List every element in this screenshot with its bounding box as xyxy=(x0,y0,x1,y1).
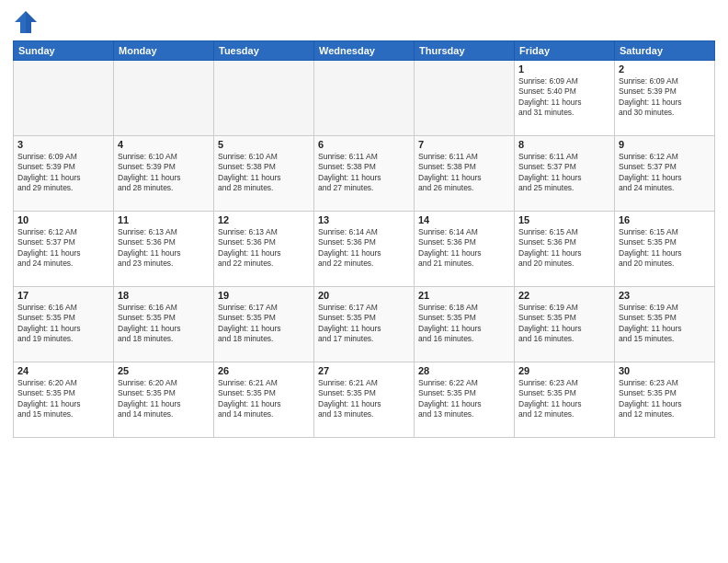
day-info: Sunrise: 6:23 AM Sunset: 5:35 PM Dayligh… xyxy=(518,378,610,420)
day-number: 8 xyxy=(518,139,610,150)
day-cell: 28Sunrise: 6:22 AM Sunset: 5:35 PM Dayli… xyxy=(415,362,515,438)
day-number: 4 xyxy=(118,139,210,150)
logo xyxy=(13,9,42,35)
week-row-2: 3Sunrise: 6:09 AM Sunset: 5:39 PM Daylig… xyxy=(14,136,715,212)
day-cell xyxy=(415,61,515,136)
day-info: Sunrise: 6:11 AM Sunset: 5:38 PM Dayligh… xyxy=(418,152,510,194)
day-number: 1 xyxy=(518,63,610,75)
day-number: 28 xyxy=(418,365,510,376)
day-cell: 30Sunrise: 6:23 AM Sunset: 5:35 PM Dayli… xyxy=(615,362,715,438)
day-number: 19 xyxy=(218,290,310,301)
day-cell: 17Sunrise: 6:16 AM Sunset: 5:35 PM Dayli… xyxy=(14,287,114,362)
day-info: Sunrise: 6:18 AM Sunset: 5:35 PM Dayligh… xyxy=(418,303,510,345)
day-cell: 12Sunrise: 6:13 AM Sunset: 5:36 PM Dayli… xyxy=(214,212,314,287)
day-info: Sunrise: 6:10 AM Sunset: 5:39 PM Dayligh… xyxy=(118,152,210,194)
day-cell: 14Sunrise: 6:14 AM Sunset: 5:36 PM Dayli… xyxy=(415,212,515,287)
page: SundayMondayTuesdayWednesdayThursdayFrid… xyxy=(0,0,728,563)
day-number: 11 xyxy=(118,214,210,225)
day-info: Sunrise: 6:14 AM Sunset: 5:36 PM Dayligh… xyxy=(418,227,510,270)
day-number: 13 xyxy=(318,214,410,225)
day-cell: 2Sunrise: 6:09 AM Sunset: 5:39 PM Daylig… xyxy=(615,61,715,136)
week-row-4: 17Sunrise: 6:16 AM Sunset: 5:35 PM Dayli… xyxy=(14,287,715,362)
day-number: 9 xyxy=(619,139,711,150)
day-cell: 24Sunrise: 6:20 AM Sunset: 5:35 PM Dayli… xyxy=(14,362,114,438)
day-number: 12 xyxy=(218,214,310,225)
day-cell: 4Sunrise: 6:10 AM Sunset: 5:39 PM Daylig… xyxy=(114,136,214,212)
day-cell: 22Sunrise: 6:19 AM Sunset: 5:35 PM Dayli… xyxy=(515,287,615,362)
weekday-saturday: Saturday xyxy=(615,41,715,61)
weekday-friday: Friday xyxy=(515,41,615,61)
day-info: Sunrise: 6:23 AM Sunset: 5:35 PM Dayligh… xyxy=(619,378,711,420)
day-number: 17 xyxy=(17,290,109,301)
day-info: Sunrise: 6:17 AM Sunset: 5:35 PM Dayligh… xyxy=(318,303,410,345)
day-cell: 11Sunrise: 6:13 AM Sunset: 5:36 PM Dayli… xyxy=(114,212,214,287)
day-cell: 7Sunrise: 6:11 AM Sunset: 5:38 PM Daylig… xyxy=(415,136,515,212)
day-number: 20 xyxy=(318,290,410,301)
logo-icon xyxy=(13,9,39,35)
day-cell: 3Sunrise: 6:09 AM Sunset: 5:39 PM Daylig… xyxy=(14,136,114,212)
day-cell: 21Sunrise: 6:18 AM Sunset: 5:35 PM Dayli… xyxy=(415,287,515,362)
day-info: Sunrise: 6:11 AM Sunset: 5:38 PM Dayligh… xyxy=(318,152,410,194)
day-info: Sunrise: 6:09 AM Sunset: 5:39 PM Dayligh… xyxy=(619,76,711,119)
day-info: Sunrise: 6:15 AM Sunset: 5:35 PM Dayligh… xyxy=(619,227,711,270)
day-cell: 25Sunrise: 6:20 AM Sunset: 5:35 PM Dayli… xyxy=(114,362,214,438)
day-cell: 27Sunrise: 6:21 AM Sunset: 5:35 PM Dayli… xyxy=(314,362,415,438)
day-cell: 10Sunrise: 6:12 AM Sunset: 5:37 PM Dayli… xyxy=(14,212,114,287)
day-cell: 26Sunrise: 6:21 AM Sunset: 5:35 PM Dayli… xyxy=(214,362,314,438)
day-cell: 9Sunrise: 6:12 AM Sunset: 5:37 PM Daylig… xyxy=(615,136,715,212)
day-info: Sunrise: 6:21 AM Sunset: 5:35 PM Dayligh… xyxy=(218,378,310,420)
day-cell: 1Sunrise: 6:09 AM Sunset: 5:40 PM Daylig… xyxy=(515,61,615,136)
day-number: 7 xyxy=(418,139,510,150)
day-number: 14 xyxy=(418,214,510,225)
calendar-table: SundayMondayTuesdayWednesdayThursdayFrid… xyxy=(13,40,715,438)
day-cell: 5Sunrise: 6:10 AM Sunset: 5:38 PM Daylig… xyxy=(214,136,314,212)
weekday-header-row: SundayMondayTuesdayWednesdayThursdayFrid… xyxy=(14,41,715,61)
day-cell: 20Sunrise: 6:17 AM Sunset: 5:35 PM Dayli… xyxy=(314,287,415,362)
weekday-thursday: Thursday xyxy=(415,41,515,61)
day-info: Sunrise: 6:15 AM Sunset: 5:36 PM Dayligh… xyxy=(518,227,610,270)
day-info: Sunrise: 6:09 AM Sunset: 5:40 PM Dayligh… xyxy=(518,76,610,119)
day-info: Sunrise: 6:12 AM Sunset: 5:37 PM Dayligh… xyxy=(619,152,711,194)
day-cell: 6Sunrise: 6:11 AM Sunset: 5:38 PM Daylig… xyxy=(314,136,415,212)
day-number: 22 xyxy=(518,290,610,301)
day-info: Sunrise: 6:21 AM Sunset: 5:35 PM Dayligh… xyxy=(318,378,410,420)
weekday-monday: Monday xyxy=(114,41,214,61)
day-cell: 16Sunrise: 6:15 AM Sunset: 5:35 PM Dayli… xyxy=(615,212,715,287)
day-number: 25 xyxy=(118,365,210,376)
day-info: Sunrise: 6:16 AM Sunset: 5:35 PM Dayligh… xyxy=(17,303,109,345)
day-number: 26 xyxy=(218,365,310,376)
day-cell xyxy=(314,61,415,136)
day-cell: 29Sunrise: 6:23 AM Sunset: 5:35 PM Dayli… xyxy=(515,362,615,438)
day-info: Sunrise: 6:12 AM Sunset: 5:37 PM Dayligh… xyxy=(17,227,109,270)
header xyxy=(13,9,715,35)
day-number: 24 xyxy=(17,365,109,376)
week-row-1: 1Sunrise: 6:09 AM Sunset: 5:40 PM Daylig… xyxy=(14,61,715,136)
day-info: Sunrise: 6:19 AM Sunset: 5:35 PM Dayligh… xyxy=(619,303,711,345)
day-number: 15 xyxy=(518,214,610,225)
day-info: Sunrise: 6:13 AM Sunset: 5:36 PM Dayligh… xyxy=(218,227,310,270)
day-cell: 15Sunrise: 6:15 AM Sunset: 5:36 PM Dayli… xyxy=(515,212,615,287)
weekday-wednesday: Wednesday xyxy=(314,41,415,61)
day-number: 30 xyxy=(619,365,711,376)
day-cell xyxy=(14,61,114,136)
day-info: Sunrise: 6:17 AM Sunset: 5:35 PM Dayligh… xyxy=(218,303,310,345)
day-info: Sunrise: 6:20 AM Sunset: 5:35 PM Dayligh… xyxy=(118,378,210,420)
day-number: 23 xyxy=(619,290,711,301)
day-number: 3 xyxy=(17,139,109,150)
day-number: 16 xyxy=(619,214,711,225)
day-number: 29 xyxy=(518,365,610,376)
day-info: Sunrise: 6:11 AM Sunset: 5:37 PM Dayligh… xyxy=(518,152,610,194)
day-number: 5 xyxy=(218,139,310,150)
day-number: 6 xyxy=(318,139,410,150)
day-cell: 19Sunrise: 6:17 AM Sunset: 5:35 PM Dayli… xyxy=(214,287,314,362)
day-cell: 13Sunrise: 6:14 AM Sunset: 5:36 PM Dayli… xyxy=(314,212,415,287)
day-info: Sunrise: 6:14 AM Sunset: 5:36 PM Dayligh… xyxy=(318,227,410,270)
day-cell: 8Sunrise: 6:11 AM Sunset: 5:37 PM Daylig… xyxy=(515,136,615,212)
day-number: 18 xyxy=(118,290,210,301)
day-number: 21 xyxy=(418,290,510,301)
day-cell: 18Sunrise: 6:16 AM Sunset: 5:35 PM Dayli… xyxy=(114,287,214,362)
day-info: Sunrise: 6:16 AM Sunset: 5:35 PM Dayligh… xyxy=(118,303,210,345)
day-info: Sunrise: 6:09 AM Sunset: 5:39 PM Dayligh… xyxy=(17,152,109,194)
day-info: Sunrise: 6:22 AM Sunset: 5:35 PM Dayligh… xyxy=(418,378,510,420)
day-info: Sunrise: 6:19 AM Sunset: 5:35 PM Dayligh… xyxy=(518,303,610,345)
